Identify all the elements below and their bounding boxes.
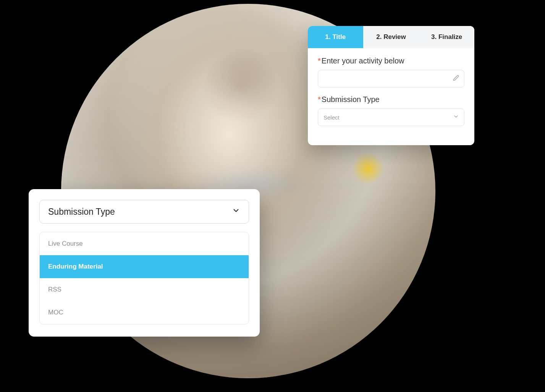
form-body: *Enter your activity below *Submission T…: [308, 48, 474, 145]
submission-type-select[interactable]: Select: [318, 109, 464, 126]
submission-type-options-list: Live Course Enduring Material RSS MOC: [39, 232, 249, 324]
activity-label: *Enter your activity below: [318, 57, 464, 65]
tab-review[interactable]: 2. Review: [363, 26, 419, 48]
form-tabs: 1. Title 2. Review 3. Finalize: [308, 26, 474, 48]
submission-type-select-wrap: Select: [318, 109, 464, 126]
tab-finalize[interactable]: 3. Finalize: [419, 26, 474, 48]
submission-type-dropdown-card: Submission Type Live Course Enduring Mat…: [29, 189, 260, 337]
activity-input[interactable]: [318, 70, 464, 87]
option-moc[interactable]: MOC: [40, 301, 249, 324]
option-enduring-material[interactable]: Enduring Material: [40, 255, 249, 278]
chevron-down-icon: [232, 206, 240, 217]
dropdown-trigger-label: Submission Type: [48, 207, 115, 217]
required-asterisk: *: [318, 95, 321, 104]
tab-title[interactable]: 1. Title: [308, 26, 363, 48]
activity-label-text: Enter your activity below: [322, 57, 404, 65]
submission-type-placeholder: Select: [323, 114, 340, 121]
submission-type-label-text: Submission Type: [322, 95, 380, 104]
submission-type-field: *Submission Type Select: [318, 95, 464, 126]
option-rss[interactable]: RSS: [40, 278, 249, 301]
activity-input-wrap: [318, 70, 464, 87]
submission-type-label: *Submission Type: [318, 95, 464, 104]
submission-type-dropdown-trigger[interactable]: Submission Type: [39, 200, 249, 224]
activity-field: *Enter your activity below: [318, 57, 464, 87]
required-asterisk: *: [318, 57, 321, 65]
option-live-course[interactable]: Live Course: [40, 232, 249, 255]
activity-form-card: 1. Title 2. Review 3. Finalize *Enter yo…: [308, 26, 474, 145]
